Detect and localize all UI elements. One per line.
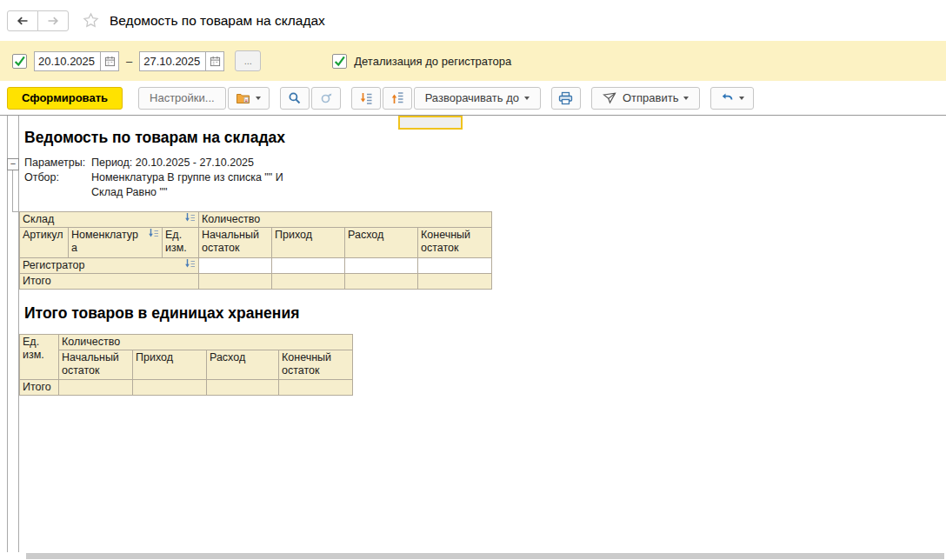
empty-cell[interactable] — [272, 258, 345, 274]
filter-line-2: Склад Равно "" — [91, 185, 946, 200]
send-icon — [603, 92, 616, 104]
date-range-dash: – — [126, 55, 132, 68]
undo-arrow-icon — [720, 92, 734, 104]
collapse-all-button[interactable] — [383, 87, 412, 110]
column-header-income[interactable]: Приход — [133, 350, 207, 380]
total-cell[interactable] — [279, 380, 353, 396]
warehouse-report-table: Склад Количество Артикул Номенклатура — [19, 211, 492, 290]
total-row-label-cell[interactable]: Итого — [20, 274, 199, 290]
sort-icon — [184, 259, 196, 269]
sort-icon — [148, 229, 159, 238]
report-content: Ведомость по товарам на складах Параметр… — [24, 116, 946, 396]
send-button[interactable]: Отправить — [591, 87, 700, 110]
detail-checkbox-label[interactable]: Детализация до регистратора — [354, 55, 511, 68]
period-checkbox[interactable] — [12, 54, 27, 69]
date-to-input[interactable] — [139, 51, 205, 71]
active-cell-cursor — [398, 116, 463, 130]
folder-report-icon — [236, 91, 250, 104]
change-variant-button[interactable] — [710, 87, 754, 110]
expand-to-label: Разворачивать до — [425, 91, 519, 104]
generate-button[interactable]: Сформировать — [7, 87, 123, 110]
registrar-group-header-cell[interactable]: Регистратор — [20, 258, 199, 274]
registrar-header-label: Регистратор — [23, 259, 84, 272]
column-header-closing-balance[interactable]: Конечный остаток — [418, 228, 492, 258]
settings-button[interactable]: Настройки... — [138, 87, 226, 110]
quantity-group-header-cell[interactable]: Количество — [59, 335, 353, 350]
page-title: Ведомость по товарам на складах — [110, 13, 325, 29]
toolbar: Сформировать Настройки... — [0, 81, 946, 116]
column-header-expense[interactable]: Расход — [207, 350, 279, 380]
find-next-button[interactable] — [311, 87, 341, 110]
chevron-down-icon — [739, 97, 744, 100]
arrow-left-icon — [16, 14, 30, 28]
group-bracket-tick — [12, 211, 19, 212]
date-from-calendar-button[interactable] — [100, 51, 119, 71]
total-cell[interactable] — [272, 274, 345, 290]
detail-checkbox[interactable] — [332, 54, 347, 69]
search-next-icon — [319, 91, 333, 105]
filter-label: Отбор: — [24, 170, 91, 200]
horizontal-scrollbar[interactable] — [26, 553, 944, 559]
report-variants-button[interactable] — [228, 87, 270, 110]
empty-cell[interactable] — [199, 258, 272, 274]
checkmark-icon — [333, 55, 346, 68]
filter-bar: – ... Детализация до регистратора — [0, 41, 946, 81]
chevron-down-icon — [683, 97, 689, 100]
search-icon — [288, 91, 302, 105]
print-button[interactable] — [551, 87, 581, 110]
arrow-right-icon — [46, 14, 60, 28]
date-to-calendar-button[interactable] — [205, 51, 224, 71]
collapse-group-button[interactable]: − — [7, 158, 19, 170]
total-cell[interactable] — [418, 274, 492, 290]
column-header-closing-balance[interactable]: Конечный остаток — [279, 350, 353, 380]
printer-icon — [558, 91, 573, 105]
expand-to-button[interactable]: Разворачивать до — [414, 87, 541, 110]
column-header-opening-balance[interactable]: Начальный остаток — [199, 228, 272, 258]
date-from-input[interactable] — [34, 51, 100, 71]
section2-title: Итого товаров в единицах хранения — [24, 304, 946, 323]
warehouse-group-header-cell[interactable]: Склад — [20, 212, 199, 228]
total-cell[interactable] — [133, 380, 207, 396]
report-title: Ведомость по товарам на складах — [24, 129, 946, 147]
total-cell[interactable] — [207, 380, 279, 396]
search-button[interactable] — [280, 87, 310, 110]
quantity-group-header-cell[interactable]: Количество — [199, 212, 492, 228]
collapse-groups-icon — [390, 91, 404, 105]
forward-button[interactable] — [37, 10, 69, 31]
column-header-articul[interactable]: Артикул — [20, 228, 69, 258]
period-options-button[interactable]: ... — [235, 50, 261, 71]
back-button[interactable] — [7, 10, 38, 31]
total-cell[interactable] — [59, 380, 133, 396]
chevron-down-icon — [256, 97, 261, 100]
column-header-expense[interactable]: Расход — [345, 228, 418, 258]
column-header-unit[interactable]: Ед. изм. — [163, 228, 199, 258]
warehouse-header-label: Склад — [23, 213, 54, 226]
group-margin-line — [7, 116, 8, 552]
expand-groups-icon — [359, 91, 373, 105]
total-cell[interactable] — [345, 274, 418, 290]
star-icon — [83, 12, 99, 29]
favorite-button[interactable] — [83, 12, 99, 29]
chevron-down-icon — [524, 97, 530, 100]
empty-cell[interactable] — [345, 258, 418, 274]
calendar-icon — [210, 56, 221, 67]
send-label: Отправить — [623, 91, 678, 104]
column-header-opening-balance[interactable]: Начальный остаток — [59, 350, 133, 380]
expand-all-button[interactable] — [351, 87, 381, 110]
total-row-label-cell[interactable]: Итого — [20, 380, 59, 396]
parameters-label: Параметры: — [24, 156, 91, 170]
empty-cell[interactable] — [418, 258, 492, 274]
filter-value: Номенклатура В группе из списка "" И Скл… — [91, 170, 946, 200]
unit-header-cell[interactable]: Ед. изм. — [20, 335, 59, 380]
calendar-icon — [104, 56, 116, 67]
filter-line-1: Номенклатура В группе из списка "" И — [91, 170, 946, 185]
checkmark-icon — [13, 55, 26, 68]
column-header-nomenclature[interactable]: Номенклатура — [69, 228, 163, 258]
column-header-income[interactable]: Приход — [272, 228, 345, 258]
group-bracket-line — [12, 170, 13, 211]
total-cell[interactable] — [199, 274, 272, 290]
sort-icon — [184, 213, 196, 223]
nomenclature-header-label: Номенклатура — [71, 229, 139, 255]
report-area: − Ведомость по товарам на складах Параме… — [0, 116, 946, 560]
report-window: Ведомость по товарам на складах – — [0, 0, 946, 560]
